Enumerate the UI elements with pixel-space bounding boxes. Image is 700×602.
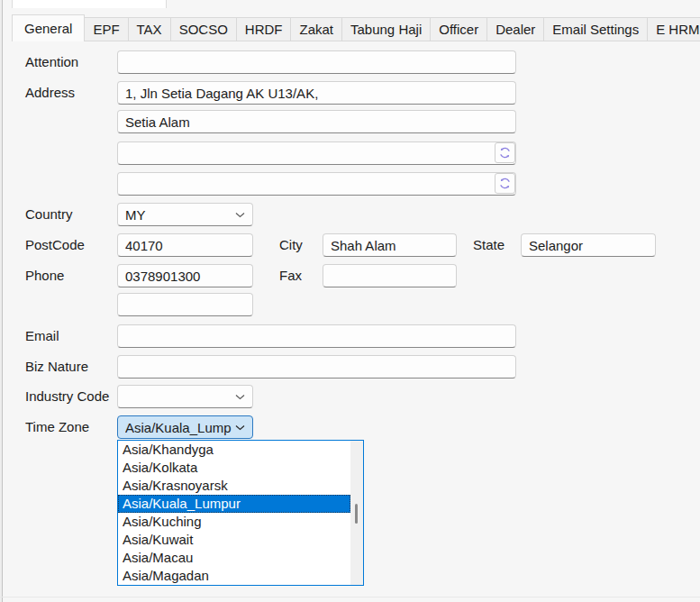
tab-e-hrms[interactable]: E HRMS <box>647 17 700 41</box>
phone-label: Phone <box>25 264 64 287</box>
dropdown-option[interactable]: Asia/Kolkata <box>118 459 350 477</box>
address-line4-input[interactable] <box>117 172 516 196</box>
fax-input[interactable] <box>323 264 457 287</box>
dropdown-option[interactable]: Asia/Macau <box>118 549 350 567</box>
tab-tax-label: TAX <box>137 22 162 37</box>
country-label: Country <box>25 203 73 226</box>
address-line2-input[interactable] <box>117 110 516 133</box>
biz-nature-input[interactable] <box>117 355 516 379</box>
industry-code-label: Industry Code <box>25 385 109 408</box>
tab-zakat-label: Zakat <box>299 22 333 37</box>
city-label: City <box>279 233 303 257</box>
country-value: MY <box>125 207 232 223</box>
tab-zakat[interactable]: Zakat <box>290 17 342 41</box>
fax-label: Fax <box>279 264 302 287</box>
email-label: Email <box>25 324 59 348</box>
tab-hrdf-label: HRDF <box>245 22 283 37</box>
tab-bar: General EPF TAX SOCSO HRDF Zakat Tabung … <box>12 14 700 41</box>
tab-tabung-haji[interactable]: Tabung Haji <box>341 17 431 41</box>
dropdown-option[interactable]: Asia/Kuwait <box>118 531 350 549</box>
time-zone-select[interactable]: Asia/Kuala_Lumpur <box>117 415 253 439</box>
tab-email-settings-label: Email Settings <box>552 22 639 37</box>
refresh-icon <box>498 177 512 190</box>
attention-label: Attention <box>25 50 78 74</box>
dropdown-option[interactable]: Asia/Khandyga <box>118 441 350 459</box>
tab-tax[interactable]: TAX <box>128 17 171 41</box>
time-zone-dropdown-list: Asia/Khandyga Asia/Kolkata Asia/Krasnoya… <box>117 440 364 586</box>
dropdown-scrollbar-thumb[interactable] <box>355 504 358 524</box>
email-input[interactable] <box>117 324 516 348</box>
tab-socso[interactable]: SOCSO <box>170 17 237 41</box>
industry-code-select[interactable] <box>117 385 253 408</box>
refresh-icon <box>498 146 512 160</box>
tab-socso-label: SOCSO <box>179 22 228 37</box>
dropdown-scrollbar-track[interactable] <box>350 441 363 585</box>
tab-dealer[interactable]: Dealer <box>486 17 544 41</box>
tab-general[interactable]: General <box>12 14 85 41</box>
address-label: Address <box>25 81 75 105</box>
postcode-input[interactable] <box>117 233 253 257</box>
state-label: State <box>473 233 505 257</box>
tab-tabung-haji-label: Tabung Haji <box>350 22 422 37</box>
tab-general-label: General <box>24 21 72 36</box>
tab-officer[interactable]: Officer <box>430 17 487 41</box>
country-select[interactable]: MY <box>117 203 253 226</box>
tab-e-hrms-label: E HRMS <box>656 22 700 37</box>
address-line3-input[interactable] <box>117 141 516 165</box>
time-zone-value: Asia/Kuala_Lumpur <box>125 420 232 435</box>
chevron-down-icon <box>235 212 245 218</box>
dropdown-option[interactable]: Asia/Magadan <box>118 567 350 585</box>
tab-hrdf[interactable]: HRDF <box>236 17 292 41</box>
phone2-input[interactable] <box>117 293 253 316</box>
address-line3-refresh-button[interactable] <box>495 142 515 163</box>
state-input[interactable] <box>521 233 656 257</box>
address-line1-input[interactable] <box>117 81 516 105</box>
attention-input[interactable] <box>117 50 516 74</box>
chevron-down-icon <box>235 394 245 400</box>
top-partial-field <box>12 0 167 8</box>
address-line4-field <box>117 172 516 196</box>
city-input[interactable] <box>323 233 457 257</box>
dropdown-option[interactable]: Asia/Krasnoyarsk <box>118 477 350 495</box>
postcode-label: PostCode <box>25 233 85 257</box>
bottom-divider <box>0 597 700 597</box>
tab-epf[interactable]: EPF <box>84 17 128 41</box>
dropdown-option[interactable]: Asia/Kuching <box>118 513 350 531</box>
chevron-down-icon <box>235 424 245 431</box>
phone-input[interactable] <box>117 264 253 287</box>
tab-dealer-label: Dealer <box>495 22 535 37</box>
left-edge-line <box>2 0 3 602</box>
dropdown-option-selected[interactable]: Asia/Kuala_Lumpur <box>118 495 350 513</box>
tab-officer-label: Officer <box>439 22 478 37</box>
tab-epf-label: EPF <box>93 22 119 37</box>
address-line3-field <box>117 141 516 165</box>
biz-nature-label: Biz Nature <box>25 355 88 379</box>
settings-window: General EPF TAX SOCSO HRDF Zakat Tabung … <box>0 0 700 602</box>
time-zone-label: Time Zone <box>25 415 89 439</box>
tab-email-settings[interactable]: Email Settings <box>543 17 648 41</box>
address-line4-refresh-button[interactable] <box>495 173 515 194</box>
